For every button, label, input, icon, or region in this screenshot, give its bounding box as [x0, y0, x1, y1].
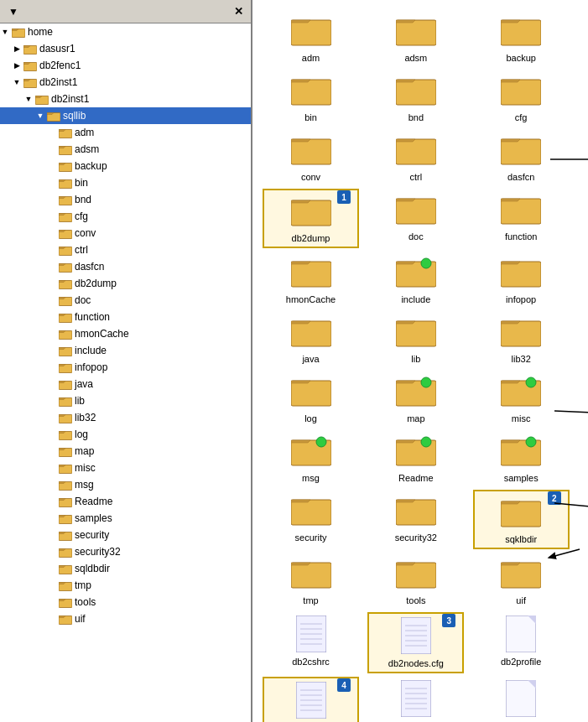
tree-scroll[interactable]: home dasusr1 db2fenc1 db2inst1 db2inst1 … — [0, 23, 251, 722]
tree-expand-home[interactable] — [0, 27, 10, 37]
tree-item-Readme[interactable]: Readme — [0, 493, 251, 510]
tree-expand-lib[interactable] — [47, 396, 57, 406]
grid-item-security32[interactable]: security32 — [367, 490, 464, 549]
grid-item-profile.env[interactable]: profile.env — [367, 677, 464, 722]
tree-item-db2dump[interactable]: db2dump — [0, 275, 251, 292]
grid-item-bnd[interactable]: bnd — [367, 70, 464, 126]
grid-item-db2dump[interactable]: 1db2dump — [263, 189, 359, 248]
tree-expand-db2dump[interactable] — [47, 278, 57, 288]
tree-expand-db2inst1-2[interactable] — [23, 94, 34, 104]
tree-expand-log[interactable] — [47, 429, 57, 439]
tree-expand-java[interactable] — [47, 379, 57, 389]
tree-expand-adm[interactable] — [47, 127, 57, 138]
grid-item-bin[interactable]: bin — [263, 70, 359, 126]
tree-item-msg[interactable]: msg — [0, 476, 251, 493]
tree-expand-msg[interactable] — [47, 480, 57, 490]
tree-item-lib32[interactable]: lib32 — [0, 409, 251, 426]
tree-item-bin[interactable]: bin — [0, 174, 251, 191]
tree-item-adm[interactable]: adm — [0, 124, 251, 141]
tree-item-map[interactable]: map — [0, 443, 251, 460]
tree-item-samples[interactable]: samples — [0, 510, 251, 527]
tree-item-misc[interactable]: misc — [0, 460, 251, 476]
tree-item-db2inst1-2[interactable]: db2inst1 — [0, 91, 251, 107]
tree-item-doc[interactable]: doc — [0, 292, 251, 309]
tree-dropdown-icon[interactable]: ▼ — [8, 6, 18, 18]
tree-expand-conv[interactable] — [47, 228, 57, 238]
tree-item-lib[interactable]: lib — [0, 392, 251, 409]
tree-expand-dasfcn[interactable] — [47, 262, 57, 272]
tree-expand-hmonCache[interactable] — [47, 329, 57, 339]
tree-item-conv[interactable]: conv — [0, 225, 251, 242]
tree-expand-security[interactable] — [47, 530, 57, 540]
grid-item-sqldbdir[interactable]: 2sqklbdir — [473, 490, 570, 549]
tree-item-ctrl[interactable]: ctrl — [0, 242, 251, 258]
right-panel[interactable]: adm adsm backup bin bnd cfg conv — [252, 0, 588, 722]
tree-expand-bin[interactable] — [47, 178, 57, 188]
tree-expand-tmp[interactable] — [47, 580, 57, 590]
tree-item-security32[interactable]: security32 — [0, 543, 251, 560]
grid-item-doc[interactable]: doc — [367, 189, 464, 248]
grid-item-db2cshrc[interactable]: db2cshrc — [263, 612, 359, 673]
grid-item-ctrl[interactable]: ctrl — [367, 129, 464, 185]
grid-item-uif[interactable]: uif — [473, 553, 570, 609]
tree-expand-cfg[interactable] — [47, 211, 57, 221]
tree-expand-tools[interactable] — [47, 597, 57, 607]
tree-item-tools[interactable]: tools — [0, 594, 251, 610]
tree-item-hmonCache[interactable]: hmonCache — [0, 325, 251, 342]
tree-item-backup[interactable]: backup — [0, 158, 251, 174]
tree-expand-sqldbdir[interactable] — [47, 564, 57, 574]
grid-item-conv[interactable]: conv — [263, 129, 359, 185]
grid-item-cfg[interactable]: cfg — [473, 70, 570, 126]
grid-item-usercshrc[interactable]: usercshrc — [473, 677, 570, 722]
tree-item-java[interactable]: java — [0, 376, 251, 392]
grid-item-samples[interactable]: samples — [473, 430, 570, 486]
tree-expand-security32[interactable] — [47, 547, 57, 557]
grid-item-log[interactable]: log — [263, 371, 359, 427]
tree-item-security[interactable]: security — [0, 527, 251, 543]
grid-item-adsm[interactable]: adsm — [367, 10, 464, 66]
tree-expand-doc[interactable] — [47, 295, 57, 305]
grid-item-backup[interactable]: backup — [473, 10, 570, 66]
grid-item-java[interactable]: java — [263, 311, 359, 367]
grid-item-Readme[interactable]: Readme — [367, 430, 464, 486]
tree-expand-infopop[interactable] — [47, 362, 57, 372]
tree-item-bnd[interactable]: bnd — [0, 191, 251, 208]
tree-item-log[interactable]: log — [0, 426, 251, 443]
grid-item-tmp[interactable]: tmp — [263, 553, 359, 609]
grid-item-db2systm[interactable]: 4db2systm — [263, 677, 359, 722]
tree-expand-adsm[interactable] — [47, 144, 57, 154]
tree-expand-misc[interactable] — [47, 463, 57, 473]
tree-item-dasusr1[interactable]: dasusr1 — [0, 40, 251, 57]
grid-item-security[interactable]: security — [263, 490, 359, 549]
tree-expand-function[interactable] — [47, 312, 57, 322]
grid-item-map[interactable]: map — [367, 371, 464, 427]
grid-item-infopop[interactable]: infopop — [473, 252, 570, 308]
grid-item-db2profile[interactable]: db2profile — [473, 612, 570, 673]
tree-expand-db2inst1[interactable] — [12, 77, 22, 87]
grid-item-hmonCache[interactable]: hmonCache — [263, 252, 359, 308]
tree-item-sqllib[interactable]: sqllib — [0, 107, 251, 124]
tree-expand-Readme[interactable] — [47, 496, 57, 506]
tree-item-sqldbdir[interactable]: sqldbdir — [0, 560, 251, 577]
tree-expand-uif[interactable] — [47, 614, 57, 624]
grid-item-tools[interactable]: tools — [367, 553, 464, 609]
grid-item-function[interactable]: function — [473, 189, 570, 248]
grid-item-adm[interactable]: adm — [263, 10, 359, 66]
tree-item-db2inst1[interactable]: db2inst1 — [0, 74, 251, 91]
tree-expand-backup[interactable] — [47, 161, 57, 171]
tree-item-home[interactable]: home — [0, 23, 251, 40]
tree-item-function[interactable]: function — [0, 309, 251, 325]
tree-expand-bnd[interactable] — [47, 195, 57, 205]
tree-expand-samples[interactable] — [47, 513, 57, 523]
tree-expand-ctrl[interactable] — [47, 245, 57, 255]
tree-item-include[interactable]: include — [0, 342, 251, 359]
grid-item-lib[interactable]: lib — [367, 311, 464, 367]
grid-item-dasfcn[interactable]: dasfcn — [473, 129, 570, 185]
tree-expand-lib32[interactable] — [47, 413, 57, 423]
tree-item-adsm[interactable]: adsm — [0, 141, 251, 158]
tree-item-dasfcn[interactable]: dasfcn — [0, 258, 251, 275]
grid-item-include[interactable]: include — [367, 252, 464, 308]
grid-item-db2nodes.cfg[interactable]: 3db2nodes.cfg — [367, 612, 464, 673]
tree-item-cfg[interactable]: cfg — [0, 208, 251, 225]
tree-expand-db2fenc1[interactable] — [12, 60, 22, 70]
